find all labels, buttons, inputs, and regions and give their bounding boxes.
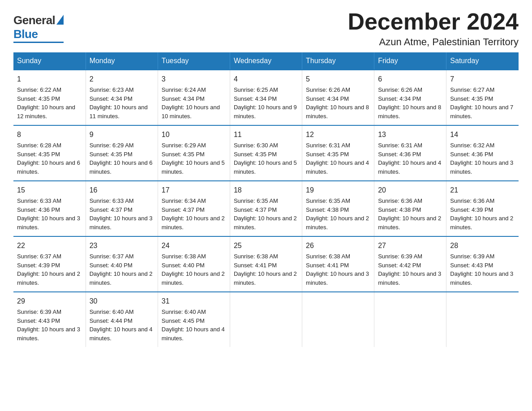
day-info: Sunrise: 6:39 AMSunset: 4:43 PMDaylight:…: [450, 252, 515, 287]
day-info: Sunrise: 6:38 AMSunset: 4:41 PMDaylight:…: [306, 252, 370, 287]
day-info: Sunrise: 6:31 AMSunset: 4:35 PMDaylight:…: [306, 141, 370, 176]
day-info: Sunrise: 6:28 AMSunset: 4:35 PMDaylight:…: [17, 141, 82, 176]
calendar-cell: 26Sunrise: 6:38 AMSunset: 4:41 PMDayligh…: [302, 236, 374, 292]
day-number: 11: [234, 129, 298, 140]
day-number: 19: [306, 185, 370, 196]
calendar-cell: 13Sunrise: 6:31 AMSunset: 4:36 PMDayligh…: [374, 125, 446, 181]
day-number: 3: [162, 74, 226, 85]
day-info: Sunrise: 6:37 AMSunset: 4:40 PMDaylight:…: [90, 252, 154, 287]
calendar-cell: 15Sunrise: 6:33 AMSunset: 4:36 PMDayligh…: [13, 181, 86, 236]
logo-blue-text: Blue: [13, 27, 38, 41]
day-info: Sunrise: 6:36 AMSunset: 4:39 PMDaylight:…: [450, 197, 515, 231]
weekday-header-monday: Monday: [86, 52, 158, 70]
calendar-cell: 31Sunrise: 6:40 AMSunset: 4:45 PMDayligh…: [158, 292, 230, 347]
day-info: Sunrise: 6:36 AMSunset: 4:38 PMDaylight:…: [378, 197, 442, 231]
day-number: 7: [450, 74, 515, 85]
calendar-cell: 20Sunrise: 6:36 AMSunset: 4:38 PMDayligh…: [374, 181, 446, 236]
weekday-header-sunday: Sunday: [13, 52, 86, 70]
calendar-cell: 27Sunrise: 6:39 AMSunset: 4:42 PMDayligh…: [374, 236, 446, 292]
calendar-cell: 10Sunrise: 6:29 AMSunset: 4:35 PMDayligh…: [158, 125, 230, 181]
day-info: Sunrise: 6:32 AMSunset: 4:36 PMDaylight:…: [450, 141, 515, 176]
weekday-header-wednesday: Wednesday: [230, 52, 302, 70]
day-number: 15: [17, 185, 82, 196]
calendar-cell: 11Sunrise: 6:30 AMSunset: 4:35 PMDayligh…: [230, 125, 302, 181]
calendar-cell: [302, 292, 374, 347]
logo: General Blue: [13, 9, 64, 43]
logo-general-text: General: [13, 13, 55, 27]
calendar-cell: 2Sunrise: 6:23 AMSunset: 4:34 PMDaylight…: [86, 70, 158, 125]
calendar-cell: [230, 292, 302, 347]
day-info: Sunrise: 6:34 AMSunset: 4:37 PMDaylight:…: [162, 197, 226, 231]
calendar-cell: 9Sunrise: 6:29 AMSunset: 4:35 PMDaylight…: [86, 125, 158, 181]
day-info: Sunrise: 6:27 AMSunset: 4:35 PMDaylight:…: [450, 86, 515, 120]
calendar-cell: 5Sunrise: 6:26 AMSunset: 4:34 PMDaylight…: [302, 70, 374, 125]
day-number: 12: [306, 129, 370, 140]
day-info: Sunrise: 6:38 AMSunset: 4:40 PMDaylight:…: [162, 252, 226, 287]
day-number: 18: [234, 185, 298, 196]
day-number: 8: [17, 129, 82, 140]
day-number: 20: [378, 185, 442, 196]
day-info: Sunrise: 6:33 AMSunset: 4:37 PMDaylight:…: [90, 197, 154, 231]
calendar-cell: [446, 292, 519, 347]
day-number: 29: [17, 296, 82, 307]
calendar-cell: 1Sunrise: 6:22 AMSunset: 4:35 PMDaylight…: [13, 70, 86, 125]
day-info: Sunrise: 6:31 AMSunset: 4:36 PMDaylight:…: [378, 141, 442, 176]
calendar-cell: 24Sunrise: 6:38 AMSunset: 4:40 PMDayligh…: [158, 236, 230, 292]
calendar-cell: 28Sunrise: 6:39 AMSunset: 4:43 PMDayligh…: [446, 236, 519, 292]
calendar-week-row: 1Sunrise: 6:22 AMSunset: 4:35 PMDaylight…: [13, 70, 519, 125]
calendar-week-row: 8Sunrise: 6:28 AMSunset: 4:35 PMDaylight…: [13, 125, 519, 181]
day-number: 27: [378, 240, 442, 251]
calendar-week-row: 22Sunrise: 6:37 AMSunset: 4:39 PMDayligh…: [13, 236, 519, 292]
calendar-cell: 7Sunrise: 6:27 AMSunset: 4:35 PMDaylight…: [446, 70, 519, 125]
day-info: Sunrise: 6:23 AMSunset: 4:34 PMDaylight:…: [90, 86, 154, 120]
day-number: 6: [378, 74, 442, 85]
calendar-title: December 2024: [348, 9, 519, 34]
header: General Blue December 2024 Azun Atme, Pa…: [13, 9, 519, 48]
day-number: 24: [162, 240, 226, 251]
calendar-cell: 22Sunrise: 6:37 AMSunset: 4:39 PMDayligh…: [13, 236, 86, 292]
weekday-header-row: SundayMondayTuesdayWednesdayThursdayFrid…: [13, 52, 519, 70]
calendar-subtitle: Azun Atme, Palestinian Territory: [348, 36, 519, 48]
calendar-cell: 6Sunrise: 6:26 AMSunset: 4:34 PMDaylight…: [374, 70, 446, 125]
day-number: 9: [90, 129, 154, 140]
calendar-cell: 21Sunrise: 6:36 AMSunset: 4:39 PMDayligh…: [446, 181, 519, 236]
calendar-week-row: 29Sunrise: 6:39 AMSunset: 4:43 PMDayligh…: [13, 292, 519, 347]
calendar-cell: 8Sunrise: 6:28 AMSunset: 4:35 PMDaylight…: [13, 125, 86, 181]
day-info: Sunrise: 6:29 AMSunset: 4:35 PMDaylight:…: [162, 141, 226, 176]
calendar-cell: 3Sunrise: 6:24 AMSunset: 4:34 PMDaylight…: [158, 70, 230, 125]
calendar-cell: 23Sunrise: 6:37 AMSunset: 4:40 PMDayligh…: [86, 236, 158, 292]
day-info: Sunrise: 6:37 AMSunset: 4:39 PMDaylight:…: [17, 252, 82, 287]
calendar-cell: 19Sunrise: 6:35 AMSunset: 4:38 PMDayligh…: [302, 181, 374, 236]
day-number: 26: [306, 240, 370, 251]
day-info: Sunrise: 6:24 AMSunset: 4:34 PMDaylight:…: [162, 86, 226, 120]
day-number: 23: [90, 240, 154, 251]
day-number: 10: [162, 129, 226, 140]
day-info: Sunrise: 6:26 AMSunset: 4:34 PMDaylight:…: [306, 86, 370, 120]
day-number: 13: [378, 129, 442, 140]
day-number: 25: [234, 240, 298, 251]
day-number: 14: [450, 129, 515, 140]
weekday-header-friday: Friday: [374, 52, 446, 70]
day-number: 28: [450, 240, 515, 251]
day-info: Sunrise: 6:22 AMSunset: 4:35 PMDaylight:…: [17, 86, 82, 120]
calendar-cell: 29Sunrise: 6:39 AMSunset: 4:43 PMDayligh…: [13, 292, 86, 347]
day-number: 2: [90, 74, 154, 85]
day-info: Sunrise: 6:26 AMSunset: 4:34 PMDaylight:…: [378, 86, 442, 120]
day-number: 31: [162, 296, 226, 307]
weekday-header-thursday: Thursday: [302, 52, 374, 70]
logo-underline: [13, 42, 64, 43]
calendar-cell: [374, 292, 446, 347]
day-info: Sunrise: 6:39 AMSunset: 4:42 PMDaylight:…: [378, 252, 442, 287]
calendar-cell: 18Sunrise: 6:35 AMSunset: 4:37 PMDayligh…: [230, 181, 302, 236]
logo-arrow-icon: [56, 15, 64, 25]
calendar-cell: 25Sunrise: 6:38 AMSunset: 4:41 PMDayligh…: [230, 236, 302, 292]
day-info: Sunrise: 6:35 AMSunset: 4:37 PMDaylight:…: [234, 197, 298, 231]
day-info: Sunrise: 6:40 AMSunset: 4:44 PMDaylight:…: [90, 308, 154, 342]
weekday-header-tuesday: Tuesday: [158, 52, 230, 70]
calendar-week-row: 15Sunrise: 6:33 AMSunset: 4:36 PMDayligh…: [13, 181, 519, 236]
day-info: Sunrise: 6:35 AMSunset: 4:38 PMDaylight:…: [306, 197, 370, 231]
calendar-cell: 12Sunrise: 6:31 AMSunset: 4:35 PMDayligh…: [302, 125, 374, 181]
calendar-cell: 30Sunrise: 6:40 AMSunset: 4:44 PMDayligh…: [86, 292, 158, 347]
day-info: Sunrise: 6:30 AMSunset: 4:35 PMDaylight:…: [234, 141, 298, 176]
day-number: 5: [306, 74, 370, 85]
